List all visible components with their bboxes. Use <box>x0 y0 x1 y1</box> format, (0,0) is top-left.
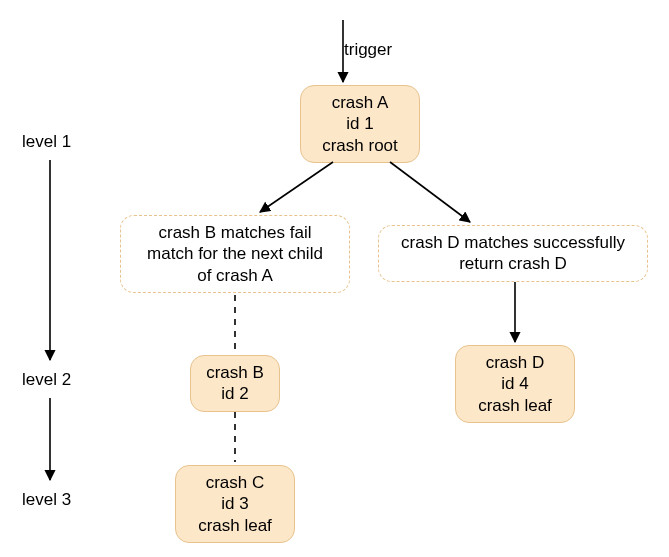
ghost-b-line1: crash B matches fail <box>158 223 311 242</box>
ghost-d-line2: return crash D <box>459 254 567 273</box>
node-crash-d: crash D id 4 crash leaf <box>455 345 575 423</box>
level-1-label: level 1 <box>22 132 71 152</box>
node-c-line1: crash C <box>206 473 265 492</box>
node-a-line3: crash root <box>322 136 398 155</box>
node-match-d-success: crash D matches successfully return cras… <box>378 225 648 282</box>
edge-a-to-bghost <box>260 162 333 212</box>
ghost-d-line1: crash D matches successfully <box>401 233 625 252</box>
level-3-label: level 3 <box>22 490 71 510</box>
node-b-line1: crash B <box>206 363 264 382</box>
trigger-edge-label: trigger <box>344 40 392 60</box>
node-c-line3: crash leaf <box>198 516 272 535</box>
node-a-line1: crash A <box>332 93 389 112</box>
node-b-line2: id 2 <box>221 384 248 403</box>
node-d-line1: crash D <box>486 353 545 372</box>
node-crash-c: crash C id 3 crash leaf <box>175 465 295 543</box>
ghost-b-line2: match for the next child <box>147 244 323 263</box>
node-d-line3: crash leaf <box>478 396 552 415</box>
node-match-b-fail: crash B matches fail match for the next … <box>120 215 350 293</box>
node-c-line2: id 3 <box>221 494 248 513</box>
node-a-line2: id 1 <box>346 114 373 133</box>
node-crash-a: crash A id 1 crash root <box>300 85 420 163</box>
edge-a-to-dghost <box>390 162 470 222</box>
node-crash-b: crash B id 2 <box>190 355 280 412</box>
node-d-line2: id 4 <box>501 374 528 393</box>
ghost-b-line3: of crash A <box>197 266 273 285</box>
level-2-label: level 2 <box>22 370 71 390</box>
